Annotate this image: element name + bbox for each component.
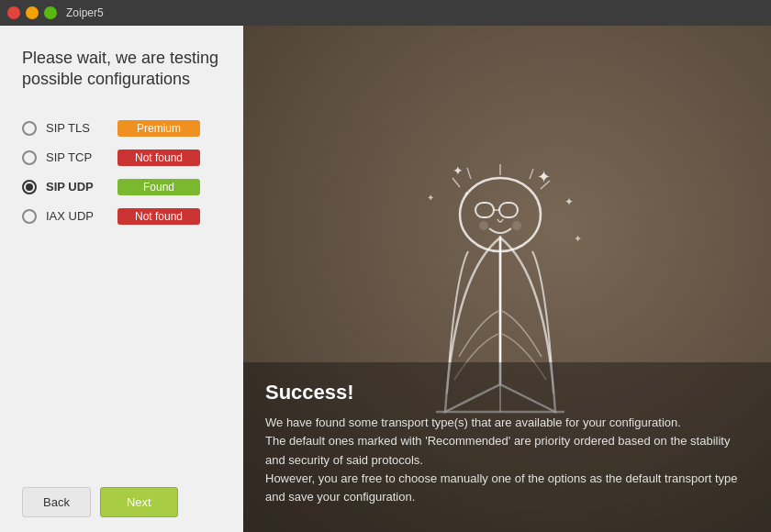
right-panel: ✦ ✦ ✦ ✦ ✦ ✦ Success! We have found some … (243, 26, 771, 532)
left-panel: Please wait, we are testing possible con… (0, 26, 243, 532)
success-body: We have found some transport type(s) tha… (265, 414, 749, 506)
option-sip-tcp[interactable]: SIP TCP Not found (22, 150, 225, 166)
badge-sip-tls: Premium (117, 120, 200, 137)
radio-iax-udp[interactable] (22, 209, 37, 224)
label-sip-tls: SIP TLS (46, 121, 108, 135)
titlebar: Zoiper5 (0, 0, 771, 26)
badge-iax-udp: Not found (117, 208, 200, 225)
success-title: Success! (265, 381, 749, 405)
label-sip-tcp: SIP TCP (46, 150, 108, 164)
option-iax-udp[interactable]: IAX UDP Not found (22, 208, 225, 225)
maximize-button[interactable] (44, 6, 57, 19)
close-button[interactable] (7, 6, 20, 19)
minimize-button[interactable] (26, 6, 39, 19)
label-sip-udp: SIP UDP (46, 180, 108, 194)
radio-sip-udp[interactable] (22, 180, 37, 194)
options-list: SIP TLS Premium SIP TCP Not found SIP UD… (22, 120, 225, 472)
radio-sip-tcp[interactable] (22, 150, 37, 165)
app-title: Zoiper5 (66, 6, 104, 19)
page-heading: Please wait, we are testing possible con… (22, 48, 225, 91)
option-sip-udp[interactable]: SIP UDP Found (22, 179, 225, 195)
bottom-buttons: Back Next (22, 487, 225, 517)
option-sip-tls[interactable]: SIP TLS Premium (22, 120, 225, 137)
badge-sip-udp: Found (117, 179, 200, 195)
success-section: Success! We have found some transport ty… (243, 362, 771, 532)
label-iax-udp: IAX UDP (46, 209, 108, 223)
back-button[interactable]: Back (22, 487, 91, 517)
badge-sip-tcp: Not found (117, 150, 200, 166)
radio-sip-tls[interactable] (22, 121, 37, 136)
next-button[interactable]: Next (100, 487, 178, 517)
main-container: Please wait, we are testing possible con… (0, 26, 771, 532)
